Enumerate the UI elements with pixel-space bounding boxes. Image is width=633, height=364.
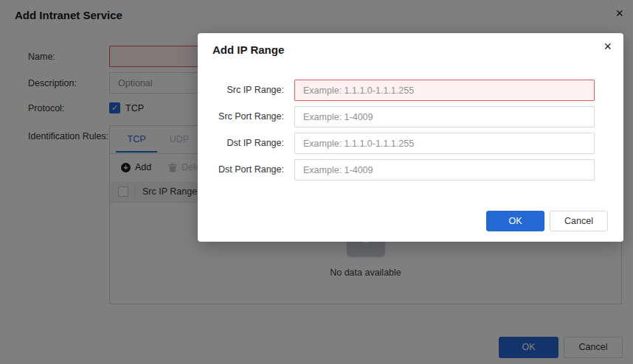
src-port-range-input[interactable] [294, 106, 595, 127]
dst-port-range-input[interactable] [294, 159, 595, 181]
dst-ip-range-label: Dst IP Range: [198, 138, 284, 148]
modal-title: Add IP Range [212, 43, 284, 56]
modal-close-icon[interactable]: × [603, 40, 612, 53]
dst-port-range-label: Dst Port Range: [198, 164, 284, 175]
src-port-range-label: Src Port Range: [198, 111, 284, 122]
src-ip-range-label: Src IP Range: [198, 85, 284, 95]
add-ip-range-modal: Add IP Range × Src IP Range: Src Port Ra… [198, 33, 623, 242]
modal-ok-button[interactable]: OK [486, 211, 544, 231]
src-ip-range-input[interactable] [294, 80, 595, 101]
screen: Add Intranet Service × Name: Description… [0, 0, 633, 364]
modal-cancel-button[interactable]: Cancel [550, 211, 608, 231]
dst-ip-range-input[interactable] [294, 133, 595, 154]
